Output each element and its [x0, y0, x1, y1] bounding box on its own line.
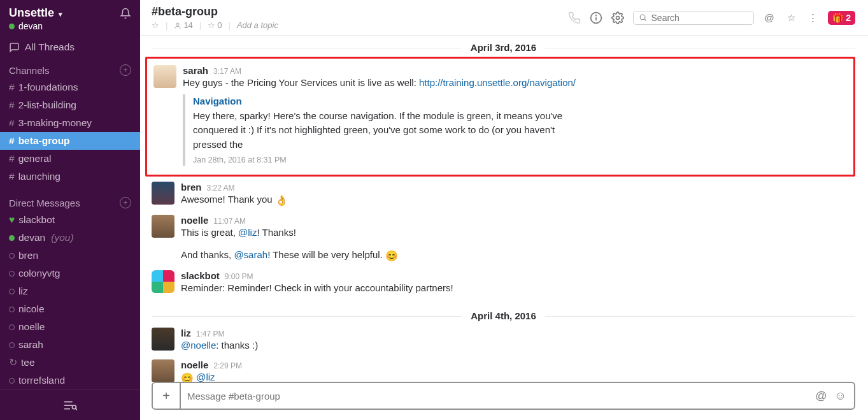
emoji-blush: 😊 [385, 250, 398, 261]
message[interactable]: liz1:47 PM @noelle: thanks :) [152, 325, 855, 357]
avatar[interactable] [153, 65, 176, 88]
more-icon[interactable]: ⋮ [806, 11, 819, 24]
star-channel[interactable]: ☆ [152, 20, 159, 30]
avatar[interactable] [152, 270, 174, 293]
message[interactable]: noelle2:29 PM 😊 @liz [152, 357, 855, 382]
avatar[interactable] [152, 328, 174, 351]
svg-point-5 [176, 23, 179, 25]
presence-away-icon [9, 378, 15, 384]
author[interactable]: liz [181, 328, 191, 338]
presence-active-icon [9, 235, 15, 241]
gift-button[interactable]: 🎁2 [828, 11, 855, 25]
dm-header[interactable]: Direct Messages + [0, 192, 140, 211]
author[interactable]: sarah [183, 65, 208, 76]
message[interactable]: bren3:22 AM Awesome! Thank you 👌 [152, 179, 855, 212]
author[interactable]: bren [181, 182, 202, 192]
channel-item[interactable]: #general [0, 150, 140, 168]
search-input[interactable] [651, 13, 749, 23]
hash-icon: # [9, 133, 15, 148]
channel-header: #beta-group ☆ | 14 | ☆0 | Add a topic [140, 0, 868, 36]
author[interactable]: slackbot [181, 270, 220, 281]
call-icon[interactable] [568, 11, 581, 24]
main: #beta-group ☆ | 14 | ☆0 | Add a topic [140, 0, 868, 420]
dm-name: torrefsland [18, 373, 65, 388]
dm-name: slackbot [18, 212, 55, 228]
timestamp: 1:47 PM [196, 329, 225, 338]
channels-header[interactable]: Channels + [0, 59, 140, 78]
dm-item[interactable]: ↻tee [0, 354, 140, 372]
mention[interactable]: @liz [238, 227, 257, 238]
channel-name: 3-making-money [18, 115, 92, 131]
sidebar-footer[interactable] [0, 389, 140, 420]
dm-item[interactable]: liz [0, 282, 140, 300]
message-composer[interactable]: + @ ☺ [152, 382, 855, 410]
search-box[interactable] [633, 11, 754, 25]
author[interactable]: noelle [181, 215, 208, 226]
channel-item[interactable]: #3-making-money [0, 114, 140, 132]
presence-away-icon [9, 253, 15, 259]
bell-icon[interactable] [120, 8, 131, 19]
gift-icon: 🎁 [832, 13, 843, 23]
avatar[interactable] [152, 215, 174, 238]
mention[interactable]: @noelle [181, 340, 216, 351]
dm-item[interactable]: nicole [0, 300, 140, 318]
svg-point-9 [616, 16, 620, 19]
channel-item[interactable]: #launching [0, 168, 140, 185]
attachment-title[interactable]: Navigation [193, 96, 590, 106]
channel-item[interactable]: #1-foundations [0, 78, 140, 96]
author[interactable]: noelle [181, 359, 208, 370]
presence-away-icon [9, 342, 15, 348]
attach-button[interactable]: + [153, 383, 181, 409]
dm-item[interactable]: noelle [0, 318, 140, 336]
quick-switcher-icon[interactable] [63, 400, 77, 411]
team-name: Unsettle [9, 6, 54, 19]
message[interactable]: noelle11:07 AM This is great, @liz! Than… [152, 212, 855, 244]
emoji-icon[interactable]: ☺ [835, 389, 846, 403]
emoji-blush: 😊 [181, 373, 194, 382]
channel-item[interactable]: #beta-group [0, 132, 140, 150]
message[interactable]: sarah3:17 AM Hey guys - the Pricing Your… [153, 62, 847, 170]
mention-icon[interactable]: @ [815, 389, 827, 403]
channel-name: 2-list-building [18, 98, 76, 113]
link[interactable]: http://training.unsettle.org/navigation/ [419, 77, 576, 88]
chevron-down-icon: ▾ [59, 10, 62, 18]
attachment[interactable]: Navigation Hey there, sparky! Here's the… [183, 94, 590, 166]
message[interactable]: slackbot9:00 PM Reminder: Reminder! Chec… [152, 268, 855, 300]
add-topic[interactable]: Add a topic [237, 20, 278, 30]
message-text: Hey guys - the Pricing Your Services uni… [183, 76, 847, 91]
gear-icon[interactable] [611, 11, 624, 24]
channel-name: general [18, 151, 52, 166]
dm-item[interactable]: torrefsland [0, 372, 140, 389]
avatar[interactable] [152, 359, 174, 382]
message-text: @noelle: thanks :) [181, 338, 855, 353]
message-text: Awesome! Thank you 👌 [181, 192, 855, 208]
current-user: devan [18, 21, 43, 31]
dm-item[interactable]: devan(you) [0, 229, 140, 247]
message-input[interactable] [181, 391, 815, 402]
dm-item[interactable]: ♥slackbot [0, 211, 140, 229]
message-pane[interactable]: April 3rd, 2016 sarah3:17 AM Hey guys - … [140, 36, 868, 382]
add-channel-icon[interactable]: + [120, 64, 131, 76]
pin-count[interactable]: ☆0 [208, 20, 222, 30]
dm-item[interactable]: bren [0, 247, 140, 264]
presence-away-icon [9, 307, 15, 312]
info-icon[interactable] [590, 11, 602, 24]
channel-name: beta-group [18, 133, 70, 148]
dm-name: nicole [18, 301, 45, 317]
hash-icon: # [9, 169, 15, 184]
channel-name: launching [18, 169, 60, 184]
avatar[interactable] [152, 182, 174, 205]
member-count[interactable]: 14 [174, 20, 192, 30]
add-dm-icon[interactable]: + [120, 197, 131, 208]
team-header[interactable]: Unsettle ▾ devan [0, 0, 140, 35]
dm-item[interactable]: colonyvtg [0, 264, 140, 282]
star-icon[interactable]: ☆ [785, 11, 797, 24]
presence-away-icon [9, 271, 15, 277]
channel-item[interactable]: #2-list-building [0, 96, 140, 114]
mentions-icon[interactable]: @ [763, 11, 776, 24]
dm-item[interactable]: sarah [0, 336, 140, 354]
mention[interactable]: @sarah [234, 249, 267, 260]
sidebar: Unsettle ▾ devan All Threads Channels + … [0, 0, 140, 420]
all-threads[interactable]: All Threads [0, 35, 140, 59]
mention[interactable]: @liz [196, 372, 215, 382]
